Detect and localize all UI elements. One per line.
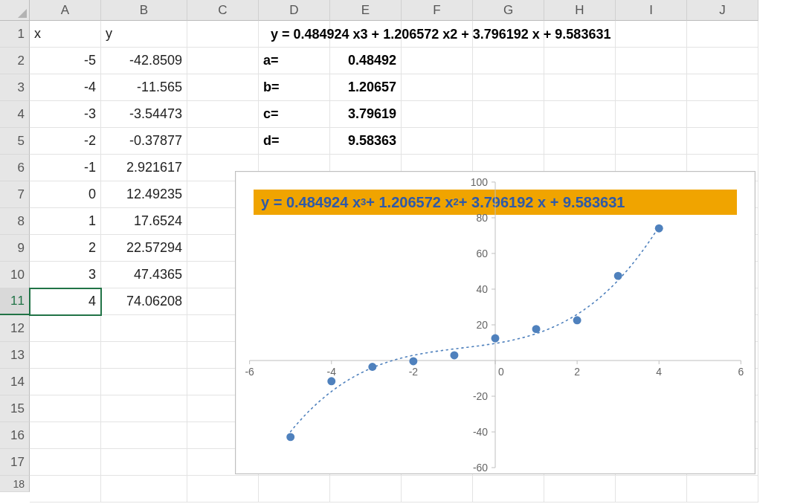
cell-A16[interactable] xyxy=(30,422,101,449)
cell-E4[interactable]: 3.79619 xyxy=(330,101,402,128)
cell-A2[interactable]: -5 xyxy=(30,48,101,74)
row-header-15[interactable]: 15 xyxy=(0,395,30,422)
cell-A12[interactable] xyxy=(30,315,101,342)
cell-B5[interactable]: -0.37877 xyxy=(101,128,187,155)
cell-C3[interactable] xyxy=(187,74,259,101)
cell-E18[interactable] xyxy=(330,476,402,503)
cell-J5[interactable] xyxy=(687,128,758,155)
row-header-10[interactable]: 10 xyxy=(0,262,30,288)
cell-A14[interactable] xyxy=(30,369,101,395)
column-header-D[interactable]: D xyxy=(259,0,330,21)
cell-D1[interactable] xyxy=(259,21,330,48)
cell-B16[interactable] xyxy=(101,422,187,449)
cell-A1[interactable]: x xyxy=(30,21,101,48)
embedded-chart[interactable]: y = 0.484924 x3 + 1.206572 x2 + 3.796192… xyxy=(235,171,755,474)
cell-A17[interactable] xyxy=(30,449,101,476)
cell-H3[interactable] xyxy=(544,74,616,101)
cell-D18[interactable] xyxy=(259,476,330,503)
cell-I2[interactable] xyxy=(616,48,687,74)
cell-J3[interactable] xyxy=(687,74,758,101)
cell-A10[interactable]: 3 xyxy=(30,262,101,288)
cell-I4[interactable] xyxy=(616,101,687,128)
cell-D3[interactable]: b= xyxy=(259,74,330,101)
cell-H1[interactable] xyxy=(544,21,616,48)
column-header-H[interactable]: H xyxy=(544,0,616,21)
cell-F4[interactable] xyxy=(402,101,473,128)
cell-C1[interactable] xyxy=(187,21,259,48)
column-header-F[interactable]: F xyxy=(402,0,473,21)
cell-I18[interactable] xyxy=(616,476,687,503)
cell-B6[interactable]: 2.921617 xyxy=(101,155,187,181)
cell-A11[interactable]: 4 xyxy=(30,288,101,315)
row-header-12[interactable]: 12 xyxy=(0,315,30,342)
cell-A7[interactable]: 0 xyxy=(30,181,101,208)
cell-E5[interactable]: 9.58363 xyxy=(330,128,402,155)
row-header-5[interactable]: 5 xyxy=(0,128,30,155)
row-header-9[interactable]: 9 xyxy=(0,235,30,262)
cell-B12[interactable] xyxy=(101,315,187,342)
cell-G3[interactable] xyxy=(473,74,544,101)
row-header-8[interactable]: 8 xyxy=(0,208,30,235)
column-header-A[interactable]: A xyxy=(30,0,101,21)
column-header-I[interactable]: I xyxy=(616,0,687,21)
cell-A9[interactable]: 2 xyxy=(30,235,101,262)
cell-E3[interactable]: 1.20657 xyxy=(330,74,402,101)
row-header-16[interactable]: 16 xyxy=(0,422,30,449)
cell-D5[interactable]: d= xyxy=(259,128,330,155)
cell-B11[interactable]: 74.06208 xyxy=(101,288,187,315)
cell-H18[interactable] xyxy=(544,476,616,503)
row-header-2[interactable]: 2 xyxy=(0,48,30,74)
cell-F1[interactable] xyxy=(402,21,473,48)
cell-B1[interactable]: y xyxy=(101,21,187,48)
row-header-11[interactable]: 11 xyxy=(0,288,30,315)
column-header-G[interactable]: G xyxy=(473,0,544,21)
cell-A15[interactable] xyxy=(30,395,101,422)
cell-A18[interactable] xyxy=(30,476,101,503)
cell-G4[interactable] xyxy=(473,101,544,128)
cell-B9[interactable]: 22.57294 xyxy=(101,235,187,262)
cell-J18[interactable] xyxy=(687,476,758,503)
cell-G2[interactable] xyxy=(473,48,544,74)
cell-F3[interactable] xyxy=(402,74,473,101)
row-header-6[interactable]: 6 xyxy=(0,155,30,181)
cell-G18[interactable] xyxy=(473,476,544,503)
cell-B2[interactable]: -42.8509 xyxy=(101,48,187,74)
cell-A5[interactable]: -2 xyxy=(30,128,101,155)
cell-F5[interactable] xyxy=(402,128,473,155)
cell-A8[interactable]: 1 xyxy=(30,208,101,235)
cell-C2[interactable] xyxy=(187,48,259,74)
cell-H4[interactable] xyxy=(544,101,616,128)
cell-A3[interactable]: -4 xyxy=(30,74,101,101)
row-header-1[interactable]: 1 xyxy=(0,21,30,48)
select-all-corner[interactable] xyxy=(0,0,30,21)
cell-G1[interactable] xyxy=(473,21,544,48)
cell-F2[interactable] xyxy=(402,48,473,74)
row-header-3[interactable]: 3 xyxy=(0,74,30,101)
column-header-E[interactable]: E xyxy=(330,0,402,21)
row-header-7[interactable]: 7 xyxy=(0,181,30,208)
cell-I5[interactable] xyxy=(616,128,687,155)
cell-A13[interactable] xyxy=(30,342,101,369)
cell-I1[interactable] xyxy=(616,21,687,48)
cell-B13[interactable] xyxy=(101,342,187,369)
column-header-C[interactable]: C xyxy=(187,0,259,21)
cell-B3[interactable]: -11.565 xyxy=(101,74,187,101)
cell-B17[interactable] xyxy=(101,449,187,476)
cell-H5[interactable] xyxy=(544,128,616,155)
row-header-18[interactable]: 18 xyxy=(0,476,30,492)
cell-J1[interactable] xyxy=(687,21,758,48)
cell-C4[interactable] xyxy=(187,101,259,128)
cell-B4[interactable]: -3.54473 xyxy=(101,101,187,128)
cell-B14[interactable] xyxy=(101,369,187,395)
cell-C18[interactable] xyxy=(187,476,259,503)
cell-B10[interactable]: 47.4365 xyxy=(101,262,187,288)
cell-J4[interactable] xyxy=(687,101,758,128)
row-header-13[interactable]: 13 xyxy=(0,342,30,369)
row-header-4[interactable]: 4 xyxy=(0,101,30,128)
cell-D2[interactable]: a= xyxy=(259,48,330,74)
cell-E2[interactable]: 0.48492 xyxy=(330,48,402,74)
cell-D4[interactable]: c= xyxy=(259,101,330,128)
cell-C5[interactable] xyxy=(187,128,259,155)
cell-A4[interactable]: -3 xyxy=(30,101,101,128)
cell-E1[interactable] xyxy=(330,21,402,48)
